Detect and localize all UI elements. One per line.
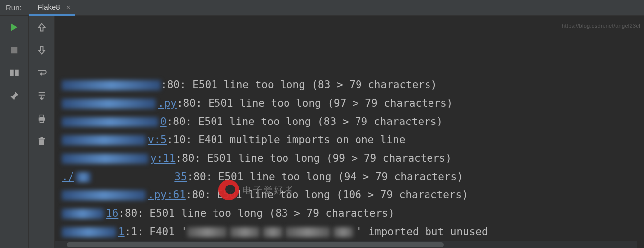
svg-rect-9 — [38, 138, 45, 140]
lint-message: : E501 line too long (83 > 79 characters… — [137, 204, 394, 223]
location: :80 — [187, 168, 206, 186]
stop-icon[interactable] — [9, 45, 20, 56]
down-icon[interactable] — [36, 45, 47, 56]
scrollbar-thumb[interactable] — [67, 242, 444, 247]
svg-rect-2 — [11, 47, 17, 54]
location: :1 — [125, 223, 137, 241]
lint-message: : E501 line too long (99 > 79 characters… — [195, 149, 452, 168]
location: :80 — [167, 113, 186, 131]
file-link[interactable]: 16 — [62, 204, 118, 223]
output-line: y:11:80: E501 line too long (99 > 79 cha… — [62, 149, 637, 168]
run-body: https://blog.csdn.net/angel23cl :80: E50… — [0, 16, 644, 248]
svg-rect-8 — [39, 139, 44, 145]
location: :80 — [186, 186, 205, 204]
run-tool-header: Run: Flake8 × — [0, 0, 644, 16]
lint-message: : E401 multiple imports on one line — [186, 131, 406, 149]
file-link[interactable]: 1 — [62, 223, 125, 241]
output-line: .py:61:80: E501 line too long (106 > 79 … — [62, 186, 637, 204]
location: :80 — [161, 76, 180, 94]
output-line: v:5:10: E401 multiple imports on one lin… — [62, 131, 637, 149]
file-link[interactable]: v:5 — [62, 131, 167, 149]
file-link[interactable]: 0 — [62, 113, 167, 131]
layout-icon[interactable] — [9, 67, 20, 78]
up-icon[interactable] — [36, 22, 47, 33]
trash-icon[interactable] — [36, 136, 47, 147]
location: :80 — [118, 204, 137, 223]
run-toolbar-col1 — [0, 16, 29, 248]
file-link[interactable]: y:11 — [62, 149, 176, 168]
print-icon[interactable] — [36, 113, 47, 124]
file-link[interactable]: .py:61 — [62, 186, 186, 204]
output-line: 0:80: E501 line too long (83 > 79 charac… — [62, 113, 637, 131]
svg-rect-6 — [40, 115, 44, 118]
close-tab-icon[interactable]: × — [66, 3, 71, 11]
svg-marker-1 — [11, 24, 17, 31]
location: :80 — [176, 149, 195, 168]
scroll-to-end-icon[interactable] — [36, 90, 47, 101]
svg-rect-10 — [40, 137, 43, 138]
file-link[interactable]: .py — [62, 94, 177, 113]
lint-message: : E501 line too long (83 > 79 characters… — [186, 113, 443, 131]
soft-wrap-icon[interactable] — [36, 67, 47, 78]
run-config-tab[interactable]: Flake8 × — [29, 0, 75, 16]
lint-message: : E501 line too long (97 > 79 characters… — [196, 94, 453, 113]
output-line: 1:1: F401 '' imported but unused — [62, 223, 637, 241]
tab-label: Flake8 — [38, 3, 60, 11]
lint-message: : E501 line too long (106 > 79 character… — [205, 186, 468, 204]
lint-message: : E501 line too long (94 > 79 characters… — [206, 168, 463, 186]
file-link[interactable]: ./35 — [62, 168, 187, 186]
output-line: 16:80: E501 line too long (83 > 79 chara… — [62, 204, 637, 223]
source-watermark: https://blog.csdn.net/angel23cl — [562, 17, 640, 35]
output-line: :80: E501 line too long (83 > 79 charact… — [62, 76, 637, 94]
output-line: .py:80: E501 line too long (97 > 79 char… — [62, 94, 637, 113]
output-line: ./35:80: E501 line too long (94 > 79 cha… — [62, 168, 637, 186]
location: :10 — [167, 131, 186, 149]
run-toolbar-col2 — [29, 16, 55, 248]
svg-rect-3 — [10, 70, 14, 76]
svg-rect-4 — [15, 70, 19, 76]
console-output[interactable]: https://blog.csdn.net/angel23cl :80: E50… — [55, 16, 644, 248]
horizontal-scrollbar[interactable] — [55, 241, 637, 248]
lint-message-post: ' imported but unused — [356, 223, 488, 241]
lint-message: : E501 line too long (83 > 79 characters… — [180, 76, 437, 94]
file-link[interactable] — [62, 80, 161, 90]
pin-icon[interactable] — [9, 90, 20, 101]
rerun-icon[interactable] — [9, 22, 20, 33]
lint-message-pre: : F401 ' — [137, 223, 187, 241]
run-label: Run: — [6, 3, 22, 12]
location: :80 — [177, 94, 196, 113]
